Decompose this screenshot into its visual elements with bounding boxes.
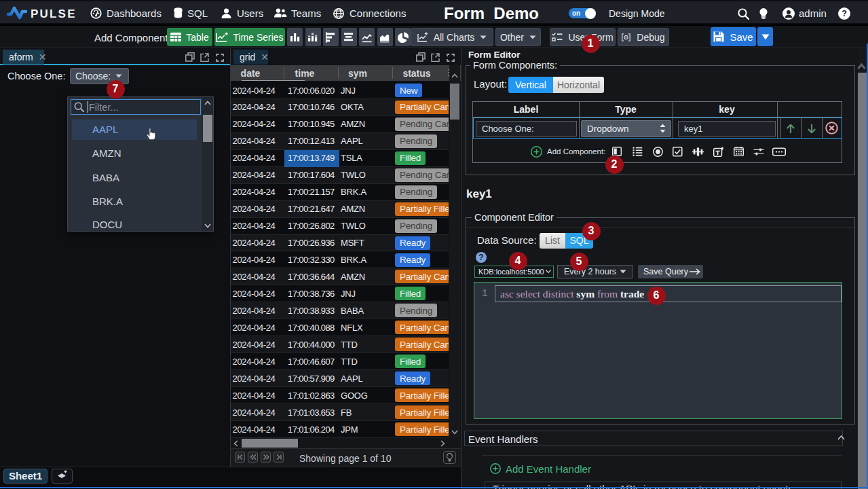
svg-text:?: ?	[842, 9, 847, 18]
